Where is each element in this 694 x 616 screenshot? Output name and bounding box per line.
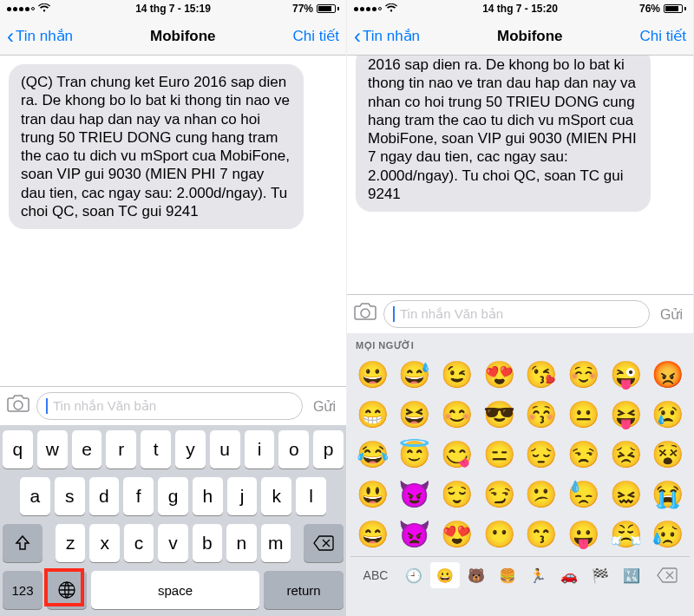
key-g[interactable]: g bbox=[158, 477, 188, 515]
key-r[interactable]: r bbox=[106, 430, 136, 469]
key-u[interactable]: u bbox=[210, 430, 240, 469]
emoji-cell[interactable]: 😌 bbox=[436, 475, 477, 513]
details-button[interactable]: Chi tiết bbox=[640, 27, 686, 45]
emoji-cell[interactable]: 😃 bbox=[352, 475, 393, 513]
key-v[interactable]: v bbox=[158, 524, 187, 562]
emoji-cell[interactable]: 😘 bbox=[521, 355, 562, 393]
camera-icon[interactable] bbox=[354, 303, 376, 325]
emoji-cell[interactable]: 😶 bbox=[479, 514, 520, 553]
chevron-left-icon: ‹ bbox=[7, 26, 14, 47]
nav-bar: ‹ Tin nhắn Mobifone Chi tiết bbox=[347, 17, 693, 56]
emoji-cell[interactable]: 👿 bbox=[395, 514, 435, 553]
key-d[interactable]: d bbox=[89, 477, 120, 515]
emoji-cell[interactable]: 😣 bbox=[606, 435, 646, 473]
emoji-cell[interactable]: 😍 bbox=[436, 514, 477, 553]
emoji-cell[interactable]: 😕 bbox=[521, 475, 562, 513]
emoji-cell[interactable]: 😀 bbox=[352, 355, 393, 393]
emoji-cell[interactable]: 😅 bbox=[395, 355, 435, 393]
key-a[interactable]: a bbox=[20, 477, 50, 515]
abc-key[interactable]: ABC bbox=[356, 562, 396, 588]
compose-input[interactable]: Tin nhắn Văn bản bbox=[383, 300, 650, 328]
emoji-category-4[interactable]: 🏃 bbox=[524, 562, 553, 588]
details-label: Chi tiết bbox=[640, 27, 686, 45]
emoji-cell[interactable]: 😉 bbox=[436, 355, 477, 393]
space-key[interactable]: space bbox=[91, 571, 259, 609]
emoji-cell[interactable]: 😊 bbox=[436, 395, 477, 433]
globe-key[interactable] bbox=[47, 571, 87, 609]
emoji-cell[interactable]: 😎 bbox=[479, 395, 520, 433]
key-y[interactable]: y bbox=[175, 430, 206, 469]
emoji-cell[interactable]: 😑 bbox=[479, 435, 520, 473]
emoji-category-6[interactable]: 🏁 bbox=[586, 562, 615, 588]
backspace-key[interactable] bbox=[304, 524, 344, 562]
emoji-cell[interactable]: 😄 bbox=[352, 514, 393, 553]
emoji-cell[interactable]: 😆 bbox=[395, 395, 435, 433]
key-s[interactable]: s bbox=[55, 477, 85, 515]
back-button[interactable]: ‹ Tin nhắn bbox=[7, 26, 73, 47]
battery-percent: 77% bbox=[292, 3, 313, 15]
key-i[interactable]: i bbox=[245, 430, 275, 469]
key-p[interactable]: p bbox=[313, 430, 344, 469]
key-t[interactable]: t bbox=[141, 430, 171, 469]
send-button[interactable]: Gửi bbox=[657, 306, 686, 323]
emoji-cell[interactable]: 😏 bbox=[479, 475, 520, 513]
emoji-cell[interactable]: 😜 bbox=[606, 355, 646, 393]
emoji-cell[interactable]: 😛 bbox=[563, 514, 604, 553]
emoji-cell[interactable]: 😇 bbox=[395, 435, 435, 473]
return-key[interactable]: return bbox=[264, 571, 344, 609]
key-j[interactable]: j bbox=[227, 477, 258, 515]
emoji-cell[interactable]: 😭 bbox=[647, 475, 688, 513]
emoji-category-2[interactable]: 🐻 bbox=[462, 562, 491, 588]
nav-title: Mobifone bbox=[497, 28, 563, 45]
text-cursor bbox=[46, 398, 48, 414]
emoji-cell[interactable]: 😐 bbox=[563, 395, 604, 433]
emoji-cell[interactable]: 😁 bbox=[352, 395, 393, 433]
emoji-cell[interactable]: 😢 bbox=[647, 395, 688, 433]
emoji-cell[interactable]: 😈 bbox=[395, 475, 435, 513]
shift-key[interactable] bbox=[3, 524, 43, 562]
key-h[interactable]: h bbox=[193, 477, 223, 515]
emoji-cell[interactable]: ☺️ bbox=[563, 355, 604, 393]
key-k[interactable]: k bbox=[261, 477, 291, 515]
key-z[interactable]: z bbox=[56, 524, 85, 562]
emoji-cell[interactable]: 😡 bbox=[647, 355, 688, 393]
back-button[interactable]: ‹ Tin nhắn bbox=[354, 26, 420, 47]
emoji-cell[interactable]: 😓 bbox=[563, 475, 604, 513]
emoji-backspace-key[interactable] bbox=[650, 562, 684, 588]
emoji-category-3[interactable]: 🍔 bbox=[493, 562, 522, 588]
emoji-category-1[interactable]: 😀 bbox=[430, 562, 460, 588]
emoji-category-5[interactable]: 🚗 bbox=[554, 562, 584, 588]
message-area[interactable]: 2016 sap dien ra. De khong bo lo bat ki … bbox=[347, 56, 693, 294]
emoji-category-0[interactable]: 🕘 bbox=[399, 562, 429, 588]
emoji-category-7[interactable]: 🔣 bbox=[617, 562, 646, 588]
key-e[interactable]: e bbox=[72, 430, 102, 469]
compose-input[interactable]: Tin nhắn Văn bản bbox=[36, 392, 303, 420]
key-o[interactable]: o bbox=[278, 430, 309, 469]
emoji-cell[interactable]: 😂 bbox=[352, 435, 393, 473]
emoji-cell[interactable]: 😚 bbox=[521, 395, 562, 433]
send-button[interactable]: Gửi bbox=[310, 398, 339, 415]
key-n[interactable]: n bbox=[226, 524, 256, 562]
numbers-key[interactable]: 123 bbox=[3, 571, 43, 609]
emoji-cell[interactable]: 😝 bbox=[606, 395, 646, 433]
emoji-cell[interactable]: 😍 bbox=[479, 355, 520, 393]
emoji-cell[interactable]: 😒 bbox=[563, 435, 604, 473]
key-q[interactable]: q bbox=[3, 430, 33, 469]
camera-icon[interactable] bbox=[7, 395, 29, 417]
emoji-cell[interactable]: 😙 bbox=[521, 514, 562, 553]
emoji-cell[interactable]: 😔 bbox=[521, 435, 562, 473]
key-l[interactable]: l bbox=[296, 477, 326, 515]
emoji-cell[interactable]: 😖 bbox=[606, 475, 646, 513]
emoji-cell[interactable]: 😤 bbox=[606, 514, 646, 553]
key-c[interactable]: c bbox=[124, 524, 154, 562]
message-area[interactable]: (QC) Tran chung ket Euro 2016 sap dien r… bbox=[0, 56, 346, 386]
key-b[interactable]: b bbox=[193, 524, 222, 562]
emoji-cell[interactable]: 😥 bbox=[647, 514, 688, 553]
key-x[interactable]: x bbox=[89, 524, 119, 562]
emoji-cell[interactable]: 😋 bbox=[436, 435, 477, 473]
key-m[interactable]: m bbox=[261, 524, 291, 562]
emoji-cell[interactable]: 😵 bbox=[647, 435, 688, 473]
details-button[interactable]: Chi tiết bbox=[293, 27, 339, 45]
key-f[interactable]: f bbox=[123, 477, 154, 515]
key-w[interactable]: w bbox=[37, 430, 68, 469]
